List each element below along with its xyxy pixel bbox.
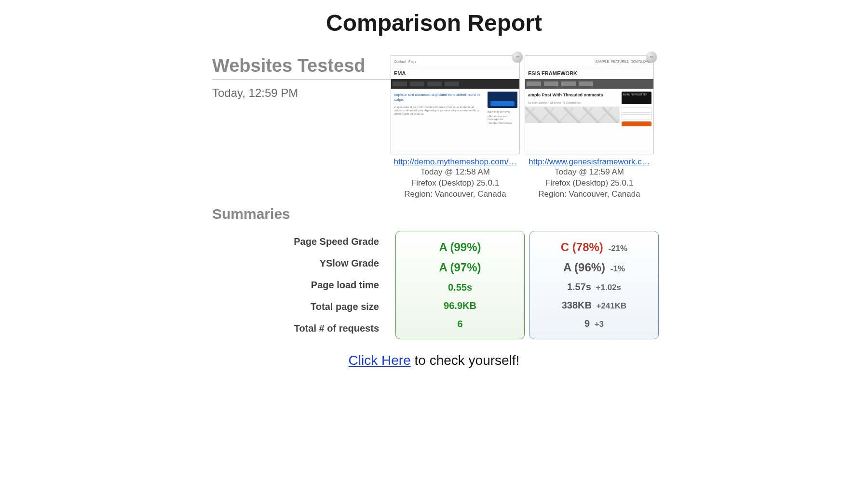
value-pagespeed-a: A (99%): [439, 241, 481, 254]
thumbnail-topbar: Contact Page: [391, 56, 519, 68]
site-test-time: Today @ 12:59 AM: [525, 167, 654, 178]
row-label-requests: Total # of requests: [212, 323, 379, 334]
minus-icon: −: [515, 53, 519, 61]
site-browser: Firefox (Desktop) 25.0.1: [391, 178, 520, 189]
delta-yslow-b: -1%: [610, 264, 625, 273]
minus-icon: −: [650, 53, 653, 61]
site-browser: Firefox (Desktop) 25.0.1: [525, 178, 654, 189]
site-region: Region: Vancouver, Canada: [525, 189, 654, 200]
row-label-pagespeed: Page Speed Grade: [212, 236, 379, 247]
site-url-link[interactable]: http://www.genesisframework.c…: [525, 157, 654, 167]
thumbnail-byline: by Dan James · Schema · 0 Comments: [528, 101, 617, 105]
thumbnail-input: [622, 107, 651, 113]
thumbnail-navbar: [391, 79, 519, 89]
thumbnail-headline: cepteur sint occaecat cupidatat non oide…: [394, 93, 483, 103]
value-loadtime-a: 0.55s: [448, 282, 472, 293]
thumbnail-side-heading: EMAIL NEWSLETTER: [622, 92, 651, 104]
value-yslow-b: A (96%): [563, 261, 605, 274]
tested-heading: Websites Testesd: [212, 55, 391, 80]
page-title: Comparison Report: [82, 10, 786, 36]
thumbnail-brand: ESIS FRAMEWORK: [525, 68, 653, 79]
delta-loadtime-b: +1.02s: [596, 283, 621, 292]
row-label-pagesize: Total page size: [212, 301, 379, 312]
site-region: Region: Vancouver, Canada: [391, 189, 520, 200]
delta-pagesize-b: +241KB: [596, 301, 626, 310]
summaries-heading: Summaries: [212, 206, 656, 222]
value-pagesize-b: 338KB: [562, 300, 592, 310]
remove-site-button[interactable]: −: [646, 52, 657, 62]
thumbnail-brand: EMA: [391, 68, 519, 79]
value-requests-a: 6: [457, 319, 462, 329]
thumbnail-input: [622, 114, 651, 120]
value-pagespeed-b: C (78%): [561, 241, 603, 254]
thumbnail-lorem: et quis aute id do minim veniam in quae.…: [394, 106, 483, 116]
site-url-link[interactable]: http://demo.mythemeshop.com/…: [391, 157, 520, 167]
thumbnail-navbar: [525, 79, 653, 89]
site-test-time: Today @ 12:58 AM: [391, 167, 520, 178]
value-requests-b: 9: [584, 318, 590, 329]
thumbnail-search-widget: [488, 92, 517, 108]
row-label-loadtime: Page load time: [212, 280, 379, 291]
value-loadtime-b: 1.57s: [567, 281, 591, 292]
cta-link[interactable]: Click Here: [349, 353, 411, 368]
thumbnail-submit: [622, 121, 651, 126]
row-label-yslow: YSlow Grade: [212, 258, 379, 269]
cta-rest: to check yourself!: [411, 353, 520, 368]
thumbnail-topbar: SAMPLE FEATURES DOWNLOAD: [525, 56, 653, 68]
thumbnail-side-heading: RECENT POSTS: [488, 111, 517, 114]
thumbnail-headline: ample Post With Threaded omments: [528, 93, 617, 98]
delta-pagespeed-b: -21%: [609, 244, 628, 253]
site-thumbnail[interactable]: SAMPLE FEATURES DOWNLOAD ESIS FRAMEWORK …: [525, 55, 654, 154]
summary-card-site-b: C (78%) -21% A (96%) -1% 1.57s +1.02s 33…: [529, 231, 659, 339]
delta-requests-b: +3: [595, 320, 604, 329]
value-pagesize-a: 96.9KB: [444, 300, 476, 311]
tested-timestamp: Today, 12:59 PM: [212, 86, 391, 100]
value-yslow-a: A (97%): [439, 261, 481, 274]
cta-line: Click Here to check yourself!: [212, 353, 656, 368]
summary-card-site-a: A (99%) A (97%) 0.55s 96.9KB 6: [395, 231, 525, 339]
site-thumbnail[interactable]: Contact Page EMA cepteur sint occaecat c…: [391, 55, 520, 154]
remove-site-button[interactable]: −: [512, 52, 523, 62]
thumbnail-hero-image: [525, 107, 620, 123]
